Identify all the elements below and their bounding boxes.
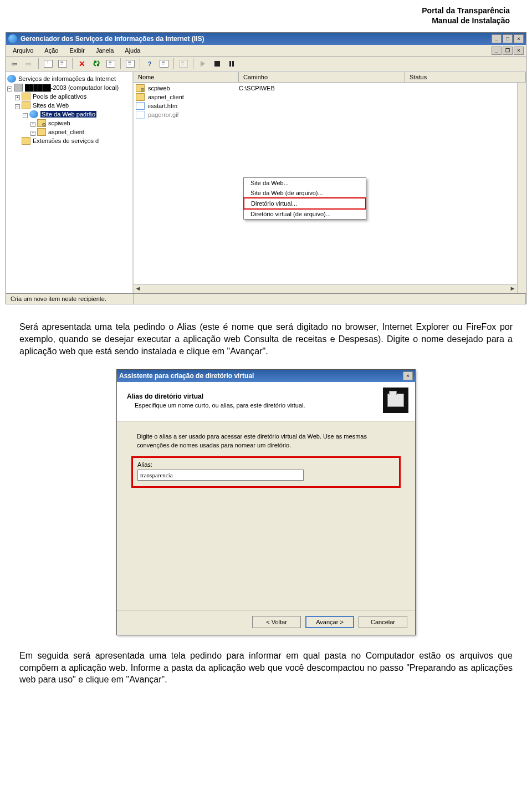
horizontal-scrollbar[interactable]: ◄► — [134, 284, 517, 293]
tree-server[interactable]: − ██████-2003 (computador local) — [7, 83, 131, 92]
webapp-icon — [136, 84, 145, 92]
titlebar: Gerenciador dos Serviços de informações … — [6, 33, 526, 45]
expand-icon[interactable]: + — [15, 95, 20, 100]
list-pane: Nome Caminho Status scpiweb C:\SCPIWEB a… — [134, 72, 526, 293]
tree-default-site[interactable]: − Site da Web padrão — [7, 110, 131, 119]
delete-button[interactable]: ✕ — [76, 58, 88, 70]
refresh-icon: 🗘 — [93, 60, 100, 68]
minimize-button[interactable]: _ — [492, 34, 502, 43]
tree-root[interactable]: Serviços de informações da Internet — [7, 74, 131, 83]
list-item[interactable]: aspnet_client — [134, 93, 526, 101]
page-header-line2: Manual de Instalação — [0, 16, 510, 26]
collapse-icon[interactable]: − — [7, 86, 12, 91]
menubar-row: Arquivo Ação Exibir Janela Ajuda _ ❐ × — [6, 45, 526, 57]
tree-sites-label: Sites da Web — [33, 102, 69, 109]
list-item[interactable]: iisstart.htm — [134, 101, 526, 110]
properties2-button[interactable] — [105, 58, 117, 70]
menu-acao[interactable]: Ação — [40, 46, 63, 55]
folder-icon — [22, 93, 30, 100]
scroll-right-icon: ► — [508, 285, 517, 293]
menu-arquivo[interactable]: Arquivo — [8, 46, 38, 55]
list-item[interactable]: scpiweb C:\SCPIWEB — [134, 84, 526, 93]
tree-ext-label: Extensões de serviços d — [33, 137, 99, 144]
statusbar-text: Cria um novo item neste recipiente. — [6, 294, 134, 304]
wizard-close-button[interactable]: × — [403, 371, 413, 380]
tree-server-label: -2003 (computador local) — [51, 84, 119, 91]
alias-input[interactable] — [137, 470, 304, 481]
tree-sites[interactable]: − Sites da Web — [7, 101, 131, 110]
folder-up-icon — [44, 60, 53, 68]
list-item[interactable]: pagerror.gif — [134, 110, 526, 119]
folder-icon — [22, 101, 30, 109]
pause-icon — [229, 61, 234, 67]
menu-janela[interactable]: Janela — [91, 46, 118, 55]
list-icon — [160, 60, 168, 68]
back-button[interactable]: ⇦ — [8, 58, 21, 70]
expand-icon[interactable]: + — [30, 131, 35, 136]
submenu-site[interactable]: Site da Web... — [244, 178, 366, 188]
wizard-body: Digite o alias a ser usado para acessar … — [117, 421, 415, 610]
wizard-heading: Alias do diretório virtual — [127, 393, 305, 400]
close-button[interactable]: × — [514, 34, 524, 43]
tree-scpiweb[interactable]: + scpiweb — [7, 119, 131, 128]
help-button[interactable]: ? — [144, 58, 156, 70]
collapse-icon[interactable]: − — [23, 113, 28, 118]
submenu-diretorio-virtual[interactable]: Diretório virtual... — [243, 197, 366, 210]
col-nome[interactable]: Nome — [134, 72, 239, 82]
refresh-button[interactable]: 🗘 — [90, 58, 103, 70]
forward-button[interactable]: ⇨ — [23, 58, 35, 70]
help-icon: ? — [148, 60, 152, 67]
submenu-diretorio-arquivo[interactable]: Diretório virtual (de arquivo)... — [244, 209, 366, 219]
up-button[interactable] — [42, 58, 54, 70]
list-button[interactable] — [158, 58, 170, 70]
back-button[interactable]: < Voltar — [252, 616, 301, 628]
iis-manager-window: Gerenciador dos Serviços de informações … — [6, 32, 526, 304]
htm-file-icon — [136, 102, 145, 110]
menu-exibir[interactable]: Exibir — [65, 46, 89, 55]
export-button[interactable] — [124, 58, 136, 70]
webapp-icon — [37, 119, 46, 127]
tree-aspnet[interactable]: + aspnet_client — [7, 128, 131, 136]
collapse-icon[interactable]: − — [15, 104, 20, 109]
cancel-button[interactable]: Cancelar — [359, 616, 407, 628]
alias-label: Alias: — [137, 461, 395, 468]
iis-icon — [8, 34, 17, 43]
menu-ajuda[interactable]: Ajuda — [120, 46, 145, 55]
next-button[interactable]: Avançar > — [305, 616, 354, 628]
wizard-title: Assistente para criação de diretório vir… — [119, 372, 402, 380]
col-caminho[interactable]: Caminho — [239, 72, 405, 82]
scroll-left-icon: ◄ — [134, 285, 142, 293]
export-icon — [126, 60, 135, 68]
window-title: Gerenciador dos Serviços de informações … — [21, 35, 490, 43]
statusbar-pane2 — [134, 294, 526, 304]
page-header-line1: Portal da Transparência — [0, 6, 510, 16]
tree-ext[interactable]: Extensões de serviços d — [7, 136, 131, 145]
content-panes: Serviços de informações da Internet − ██… — [6, 72, 526, 293]
alias-highlight-box: Alias: — [131, 456, 401, 488]
mdi-restore-button[interactable]: ❐ — [503, 47, 513, 55]
site-icon — [29, 110, 38, 118]
properties-button[interactable] — [57, 58, 69, 70]
tree-aspnet-label: aspnet_client — [48, 129, 84, 135]
tree-pools[interactable]: + Pools de aplicativos — [7, 92, 131, 101]
expand-icon[interactable]: + — [30, 122, 35, 127]
vertical-scrollbar[interactable] — [517, 83, 526, 293]
mdi-minimize-button[interactable]: _ — [492, 47, 502, 55]
tree-pools-label: Pools de aplicativos — [33, 93, 86, 100]
tree-root-label: Serviços de informações da Internet — [18, 75, 116, 82]
folder-icon — [136, 93, 145, 101]
placeholder-icon — [179, 60, 188, 68]
play-button[interactable] — [197, 58, 209, 70]
pause-button[interactable] — [226, 58, 238, 70]
col-status[interactable]: Status — [405, 72, 526, 82]
stop-button[interactable] — [211, 58, 223, 70]
submenu-site-arquivo[interactable]: Site da Web (de arquivo)... — [244, 188, 366, 198]
maximize-button[interactable]: □ — [503, 34, 513, 43]
list-headers: Nome Caminho Status — [134, 72, 526, 83]
wizard-titlebar: Assistente para criação de diretório vir… — [117, 370, 415, 382]
arrow-left-icon: ⇦ — [11, 59, 18, 68]
menubar: Arquivo Ação Exibir Janela Ajuda — [6, 45, 488, 57]
play-icon — [201, 61, 205, 67]
mdi-close-button[interactable]: × — [514, 47, 524, 55]
tree-scpiweb-label: scpiweb — [48, 120, 70, 126]
